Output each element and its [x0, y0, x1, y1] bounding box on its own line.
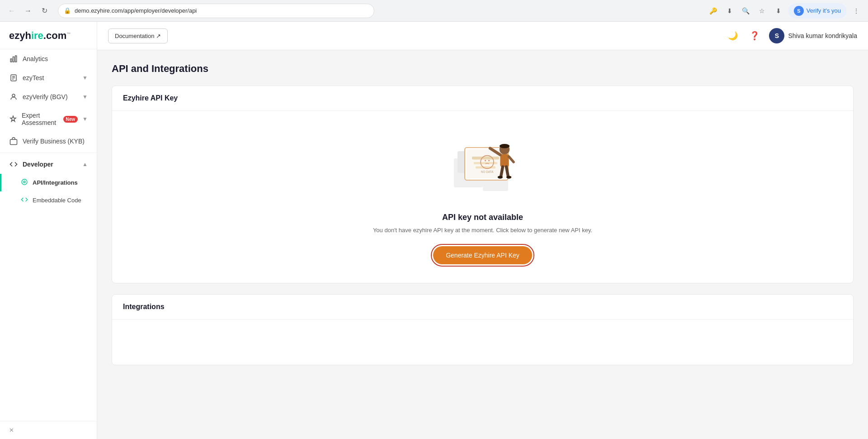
- address-bar[interactable]: 🔒 demo.ezyhire.com/app/employer/develope…: [58, 4, 374, 18]
- svg-point-7: [12, 94, 15, 97]
- verify-button[interactable]: S Verify it's you: [788, 3, 846, 19]
- developer-expand-icon: ▲: [82, 161, 88, 167]
- api-key-card: Ezyhire API Key: [112, 86, 854, 283]
- new-badge: New: [63, 116, 78, 123]
- sidebar-item-analytics[interactable]: Analytics: [0, 49, 97, 68]
- user-avatar: S: [769, 28, 784, 43]
- nav-divider: [0, 153, 97, 153]
- sidebar-subitem-embeddable-code[interactable]: Embeddable Code: [0, 191, 97, 209]
- bookmark-icon[interactable]: ☆: [756, 5, 769, 17]
- browser-chrome: ← → ↻ 🔒 demo.ezyhire.com/app/employer/de…: [0, 0, 868, 22]
- documentation-button[interactable]: Documentation ↗: [108, 29, 168, 43]
- verify-label: Verify it's you: [807, 7, 841, 14]
- embeddable-code-label: Embeddable Code: [33, 197, 81, 204]
- ezyverify-icon: [9, 93, 18, 101]
- ezyverify-label: ezyVerify (BGV): [23, 93, 68, 100]
- sidebar-nav: Analytics ezyTest ▼ ezyVerify (BGV) ▼: [0, 49, 97, 209]
- svg-text:NO DATA: NO DATA: [481, 170, 493, 173]
- svg-rect-24: [500, 154, 509, 167]
- api-key-card-body: NO DATA API key not available You don't …: [112, 111, 853, 283]
- no-data-illustration: NO DATA: [447, 129, 519, 202]
- generate-btn-label: Generate Ezyhire API Key: [446, 252, 519, 259]
- sidebar-subitem-api-integrations[interactable]: API/Integrations: [0, 174, 97, 191]
- sidebar-item-verify-business[interactable]: Verify Business (KYB): [0, 132, 97, 151]
- reload-button[interactable]: ↻: [38, 5, 51, 17]
- generate-api-key-button[interactable]: Generate Ezyhire API Key: [433, 246, 532, 264]
- forward-button[interactable]: →: [22, 5, 34, 17]
- svg-rect-16: [472, 157, 499, 159]
- security-icon: 🔒: [64, 7, 71, 14]
- integrations-body: [112, 320, 853, 365]
- logo: ezyhire.com™: [9, 30, 88, 42]
- developer-label: Developer: [23, 161, 53, 168]
- developer-icon: [9, 160, 18, 168]
- header-right: 🌙 ❓ S Shiva kumar kondrikyala: [726, 28, 857, 43]
- search-icon[interactable]: 🔍: [740, 5, 752, 17]
- close-icon: ✕: [9, 427, 14, 434]
- download-screen-icon[interactable]: ⬇: [723, 5, 736, 17]
- logo-highlight: ire: [31, 30, 43, 41]
- expert-assessment-label: Expert Assessment: [22, 112, 57, 126]
- svg-rect-0: [10, 59, 12, 62]
- api-key-card-title: Ezyhire API Key: [123, 94, 842, 102]
- svg-line-27: [501, 167, 503, 177]
- api-icon: [21, 178, 28, 187]
- page-content: API and Integrations Ezyhire API Key: [97, 50, 868, 439]
- analytics-icon: [9, 55, 18, 63]
- sidebar-item-ezytest[interactable]: ezyTest ▼: [0, 68, 97, 87]
- code-icon: [21, 196, 28, 205]
- no-data-desc: You don't have ezyhire API key at the mo…: [373, 227, 592, 234]
- back-button[interactable]: ←: [5, 5, 18, 17]
- logo-suffix: .com: [43, 30, 66, 41]
- svg-point-20: [485, 160, 486, 161]
- ezyverify-expand-icon: ▼: [82, 94, 88, 100]
- user-profile[interactable]: S Shiva kumar kondrikyala: [769, 28, 857, 43]
- password-icon[interactable]: 🔑: [707, 5, 720, 17]
- integrations-title: Integrations: [123, 303, 842, 311]
- sidebar-item-expert-assessment[interactable]: Expert Assessment New ▼: [0, 106, 97, 132]
- url-text: demo.ezyhire.com/app/employer/developer/…: [75, 7, 197, 14]
- svg-rect-1: [13, 57, 14, 62]
- no-data-title: API key not available: [442, 213, 523, 222]
- app-wrapper: ezyhire.com™ Analytics ezyTest ▼: [0, 22, 868, 439]
- ezytest-label: ezyTest: [23, 74, 44, 81]
- svg-line-26: [509, 157, 513, 162]
- sidebar-item-developer[interactable]: Developer ▲: [0, 155, 97, 174]
- help-button[interactable]: ❓: [747, 29, 762, 43]
- integrations-card: Integrations: [112, 294, 854, 365]
- browser-actions: 🔑 ⬇ 🔍 ☆ ⬇ S Verify it's you ⋮: [707, 3, 863, 19]
- sidebar-item-ezyverify[interactable]: ezyVerify (BGV) ▼: [0, 87, 97, 106]
- expert-expand-icon: ▼: [82, 116, 88, 122]
- main-content: Documentation ↗ 🌙 ❓ S Shiva kumar kondri…: [97, 22, 868, 439]
- sidebar-close[interactable]: ✕: [0, 421, 97, 439]
- api-key-card-header: Ezyhire API Key: [112, 86, 853, 111]
- more-icon[interactable]: ⋮: [850, 5, 863, 17]
- logo-prefix: ezyh: [9, 30, 31, 41]
- download-icon[interactable]: ⬇: [772, 5, 785, 17]
- analytics-label: Analytics: [23, 55, 48, 62]
- api-integrations-label: API/Integrations: [33, 179, 78, 186]
- svg-line-28: [506, 167, 508, 177]
- user-name: Shiva kumar kondrikyala: [788, 32, 857, 39]
- documentation-label: Documentation ↗: [115, 33, 161, 39]
- top-header: Documentation ↗ 🌙 ❓ S Shiva kumar kondri…: [97, 22, 868, 50]
- verify-avatar: S: [794, 6, 804, 16]
- integrations-card-header: Integrations: [112, 295, 853, 320]
- ezytest-icon: [9, 74, 18, 82]
- svg-point-9: [24, 181, 25, 183]
- svg-point-30: [506, 176, 511, 178]
- verify-business-icon: [9, 137, 18, 145]
- ezytest-expand-icon: ▼: [82, 75, 88, 81]
- page-title: API and Integrations: [112, 63, 854, 75]
- svg-rect-2: [15, 56, 17, 62]
- svg-point-29: [497, 176, 502, 178]
- sidebar: ezyhire.com™ Analytics ezyTest ▼: [0, 22, 97, 439]
- dark-mode-button[interactable]: 🌙: [726, 29, 740, 43]
- svg-point-23: [499, 144, 509, 148]
- svg-point-21: [488, 160, 490, 161]
- expert-assessment-icon: [9, 115, 17, 123]
- sidebar-logo: ezyhire.com™: [0, 22, 97, 49]
- verify-business-label: Verify Business (KYB): [23, 138, 85, 145]
- svg-point-10: [22, 179, 27, 185]
- svg-rect-8: [10, 139, 17, 144]
